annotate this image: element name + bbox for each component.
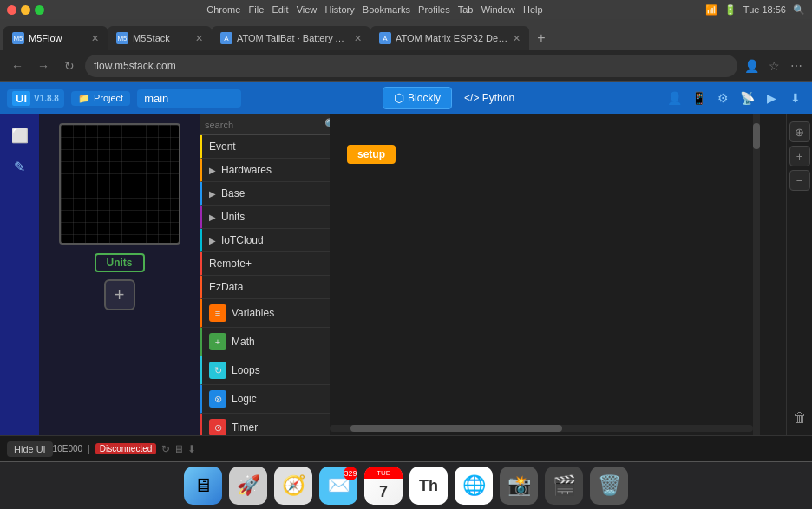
canvas-area[interactable]: setup bbox=[330, 114, 786, 435]
tab-favicon-m5flow: M5 bbox=[12, 32, 24, 44]
menu-profiles[interactable]: Profiles bbox=[418, 4, 450, 15]
profile-icon[interactable]: 👤 bbox=[743, 57, 760, 75]
forward-button[interactable]: → bbox=[33, 55, 54, 76]
menu-view[interactable]: View bbox=[297, 4, 318, 15]
download-icon[interactable]: ⬇ bbox=[786, 88, 805, 108]
sidebar-item-math[interactable]: + Math bbox=[200, 328, 330, 356]
add-unit-button[interactable]: + bbox=[104, 279, 135, 310]
extension-icon[interactable]: ⋯ bbox=[788, 57, 805, 75]
dock-safari[interactable]: 🧭 bbox=[274, 467, 312, 505]
menu-window[interactable]: Window bbox=[481, 4, 515, 15]
calendar-day-label: TUE bbox=[364, 467, 403, 479]
units-label: Units bbox=[107, 257, 133, 269]
trash-button[interactable]: 🗑 bbox=[789, 408, 810, 428]
dock-trash[interactable]: 🗑️ bbox=[590, 467, 628, 505]
refresh-button[interactable]: ↻ bbox=[59, 55, 80, 76]
chrome-icon: 🌐 bbox=[462, 474, 486, 497]
tab-close-m5stack[interactable]: ✕ bbox=[195, 33, 203, 44]
blockly-button[interactable]: ⬡ Blockly bbox=[383, 87, 452, 109]
tab-label-matrix: ATOM Matrix ESP32 Develop… bbox=[396, 33, 508, 43]
tab-favicon-tailbat: A bbox=[220, 32, 232, 44]
url-bar[interactable]: flow.m5stack.com bbox=[85, 55, 737, 77]
status-icons: ↻ 🖥 ⬇ bbox=[161, 443, 196, 455]
new-tab-button[interactable]: + bbox=[529, 26, 553, 50]
units-badge: Units bbox=[95, 253, 145, 272]
tab-tailbat[interactable]: A ATOM TailBat · Battery Acces… ✕ bbox=[212, 26, 370, 50]
bookmark-icon[interactable]: ☆ bbox=[765, 57, 783, 75]
tab-close-tailbat[interactable]: ✕ bbox=[354, 33, 362, 44]
sidebar-item-base[interactable]: ▶ Base bbox=[200, 182, 330, 206]
left-panel-icon-2[interactable]: ✎ bbox=[6, 153, 34, 180]
menu-tab[interactable]: Tab bbox=[458, 4, 474, 15]
address-bar-right: 👤 ☆ ⋯ bbox=[743, 57, 805, 75]
canvas-scrollbar-v[interactable] bbox=[753, 114, 760, 435]
menu-chrome[interactable]: Chrome bbox=[206, 4, 240, 15]
settings-icon[interactable]: ⚙ bbox=[713, 88, 732, 108]
dock-fontbook[interactable]: Th bbox=[409, 467, 448, 505]
menu-help[interactable]: Help bbox=[523, 4, 543, 15]
mac-titlebar: Chrome File Edit View History Bookmarks … bbox=[0, 0, 812, 19]
dock-photos1[interactable]: 📸 bbox=[500, 467, 538, 505]
sidebar-item-logic[interactable]: ⊗ Logic bbox=[200, 385, 330, 414]
address-bar: ← → ↻ flow.m5stack.com 👤 ☆ ⋯ bbox=[0, 50, 812, 82]
sidebar-item-units[interactable]: ▶ Units bbox=[200, 206, 330, 229]
menu-history[interactable]: History bbox=[324, 4, 354, 15]
device-icon[interactable]: 📱 bbox=[689, 88, 708, 108]
hide-ui-label: Hide UI bbox=[14, 444, 46, 454]
dock-launchpad[interactable]: 🚀 bbox=[229, 467, 267, 505]
mac-dock: 🖥 🚀 🧭 ✉️ 329 TUE 7 Th 🌐 📸 🎬 🗑️ bbox=[0, 461, 812, 509]
tab-label-tailbat: ATOM TailBat · Battery Acces… bbox=[237, 33, 350, 43]
upload-icon[interactable]: ▶ bbox=[762, 88, 781, 108]
user-icon[interactable]: 👤 bbox=[665, 88, 684, 108]
hide-ui-button[interactable]: Hide UI bbox=[7, 441, 53, 457]
zoom-in-button[interactable]: + bbox=[789, 146, 810, 166]
logo-ui-text: UI bbox=[12, 91, 30, 106]
dock-photos2[interactable]: 🎬 bbox=[545, 467, 583, 505]
menu-bookmarks[interactable]: Bookmarks bbox=[363, 4, 410, 15]
dock-finder[interactable]: 🖥 bbox=[184, 467, 222, 505]
sidebar-item-ezdata[interactable]: EzData bbox=[200, 276, 330, 299]
calendar-date-number: 7 bbox=[364, 479, 403, 505]
setup-block[interactable]: setup bbox=[347, 145, 396, 164]
tab-close-matrix[interactable]: ✕ bbox=[513, 33, 521, 44]
header-right-icons: 👤 📱 ⚙ 📡 ▶ ⬇ bbox=[665, 88, 805, 108]
search-bar: 🔍 bbox=[200, 114, 330, 135]
python-button[interactable]: </> Python bbox=[455, 88, 523, 108]
grid-overlay bbox=[61, 125, 179, 243]
tab-close-m5flow[interactable]: ✕ bbox=[91, 33, 99, 44]
search-input[interactable] bbox=[205, 120, 324, 130]
maximize-button[interactable] bbox=[35, 5, 44, 15]
sidebar-item-remote[interactable]: Remote+ bbox=[200, 252, 330, 276]
dock-calendar[interactable]: TUE 7 bbox=[364, 467, 403, 505]
left-panel-icon-1[interactable]: ⬜ bbox=[6, 121, 34, 149]
tab-matrix[interactable]: A ATOM Matrix ESP32 Develop… ✕ bbox=[370, 26, 529, 50]
menu-file[interactable]: File bbox=[249, 4, 265, 15]
zoom-center-button[interactable]: ⊕ bbox=[789, 121, 810, 142]
sidebar-item-event[interactable]: Event bbox=[200, 135, 330, 159]
sidebar-item-label-event: Event bbox=[209, 140, 236, 153]
disconnected-badge: Disconnected bbox=[95, 443, 157, 454]
sidebar-item-loops[interactable]: ↻ Loops bbox=[200, 356, 330, 385]
tab-m5flow[interactable]: M5 M5Flow ✕ bbox=[3, 26, 108, 50]
sidebar-item-hardwares[interactable]: ▶ Hardwares bbox=[200, 159, 330, 182]
sidebar-item-variables[interactable]: ≡ Variables bbox=[200, 299, 330, 328]
sidebar-item-timer[interactable]: ⊙ Timer bbox=[200, 414, 330, 435]
right-controls-panel: ⊕ + − 🗑 bbox=[786, 114, 812, 435]
sidebar-item-label-timer: Timer bbox=[232, 421, 258, 434]
canvas-scrollbar-h[interactable] bbox=[330, 425, 753, 432]
minimize-button[interactable] bbox=[21, 5, 30, 15]
spotlight-icon[interactable]: 🔍 bbox=[793, 4, 805, 16]
tab-m5stack[interactable]: M5 M5Stack ✕ bbox=[108, 26, 212, 50]
dock-chrome[interactable]: 🌐 bbox=[455, 467, 493, 505]
main-tab-input[interactable] bbox=[137, 89, 241, 108]
zoom-out-button[interactable]: − bbox=[789, 170, 810, 191]
sidebar-item-iotcloud[interactable]: ▶ IoTCloud bbox=[200, 229, 330, 252]
menu-edit[interactable]: Edit bbox=[272, 4, 288, 15]
mail-badge-count: 329 bbox=[344, 467, 357, 480]
close-button[interactable] bbox=[7, 5, 16, 15]
wifi-connect-icon[interactable]: 📡 bbox=[737, 88, 756, 108]
titlebar-app-name: Chrome File Edit View History Bookmarks … bbox=[49, 4, 700, 15]
dock-mail[interactable]: ✉️ 329 bbox=[319, 467, 357, 505]
back-button[interactable]: ← bbox=[7, 55, 28, 76]
arrow-icon-iotcloud: ▶ bbox=[209, 236, 216, 245]
